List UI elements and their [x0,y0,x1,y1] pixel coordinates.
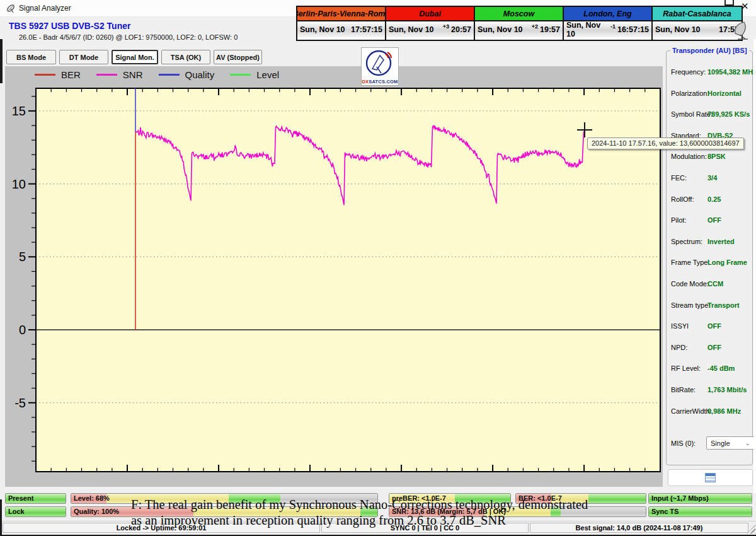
field-value: -45 dBm [707,364,735,372]
mis-selected-value: Single [711,440,730,447]
clock-date: Sun, Nov 10 [300,25,345,34]
tab-signal-mon-[interactable]: Signal Mon. [112,50,158,64]
svg-text:10: 10 [12,177,26,191]
maximize-button[interactable] [724,0,734,6]
caption-line-1: F: The real gain benefit of my Synchrono… [131,497,588,513]
chart-panel: BERSNRQualityLevel 151050-5 F: The real … [5,66,663,487]
list-icon [705,473,716,482]
bar-label: Sync TS [651,508,679,515]
value-tooltip: 2024-11-10 17.57.16, value: 13,600000381… [587,137,744,149]
signal-plot[interactable]: 151050-5 [5,66,663,487]
bar-zone-green [588,494,646,503]
tab-bs-mode[interactable]: BS Mode [6,50,56,64]
tab-dt-mode[interactable]: DT Mode [59,50,108,64]
clock-datetime: Sun, Nov 10+219:57 [475,21,563,37]
clock-5: Rabat-CasablancaSun, Nov 1017:57 [653,7,742,40]
bar-label: Level: 68% [74,494,110,502]
field-value: 10954,382 MHz [707,68,756,76]
mis-select[interactable]: Single⌄ [706,436,754,450]
clock-datetime: Sun, Nov 1017:57:15 [297,21,385,37]
window-edge [0,499,2,535]
field-value: Transport [707,301,740,309]
transponder-panel: Transponder (AU) [BS] Frequency:10954,38… [666,50,753,465]
clock-time: 17:57:15 [351,25,382,34]
clock-utc-offset: +2 [532,23,538,30]
dxsatcs-logo-text: DXSATCS.COM [362,79,398,84]
clock-city: London, Eng [564,7,651,21]
clock-time: 16:57:15 [617,25,649,34]
field-value: 789,925 KS/s [707,110,750,118]
clock-utc-offset: -1 [610,23,616,30]
field-label: RF Level: [671,364,701,372]
field-label: Frame Type: [671,259,710,266]
field-label: Frequency: [671,68,706,76]
tab-tsa-ok-[interactable]: TSA (OK) [161,50,210,64]
transponder-row-code-mode: Code Mode:CCM [671,280,750,289]
clock-date: Sun, Nov 10 [478,25,523,34]
world-clocks-panel: Berlin-Paris-Vienna-RomaSun, Nov 1017:57… [296,6,743,41]
clock-4: London, EngSun, Nov 10-116:57:15 [564,7,653,40]
transponder-row-fec: FEC:3/4 [671,174,750,183]
satellite-dish-icon [731,20,754,40]
field-label: Code Mode: [671,280,709,288]
svg-text:15: 15 [12,104,26,118]
transponder-row-frame-type: Frame Type:Long Frame [671,259,750,267]
app-icon [6,3,16,14]
transport-list-button[interactable] [668,469,753,486]
bar-label: Input (~1,7 Mbps) [651,494,709,502]
field-label: Polarization: [671,90,709,97]
window-title: Signal Analyzer [19,4,71,13]
tab-av-stopped-[interactable]: AV (Stopped) [214,50,262,64]
bar-label: Lock [8,508,25,515]
transponder-row-polarization: Polarization:Horizontal [671,90,750,98]
field-value: 0.25 [707,195,721,203]
field-value: Horizontal [707,90,742,97]
clock-datetime: Sun, Nov 1017:57 [653,21,742,37]
bar-sync-ts: Sync TS [648,506,752,517]
bar-label: Present [8,494,33,502]
field-value: OFF [707,216,721,224]
clock-datetime: Sun, Nov 10+320:57 [386,21,474,37]
bar-present: Present [5,493,66,504]
field-value: Inverted [707,238,735,245]
field-label: Stream type: [671,301,710,309]
field-label: CarrierWidth: [671,407,712,415]
field-label: Symbol Rate: [671,110,713,118]
clock-city: Moscow [475,7,563,21]
clock-date: Sun, Nov 10 [566,21,610,38]
bar-label: Quality: 100% [74,508,119,515]
clock-utc-offset: +3 [443,23,449,30]
transponder-row-spectrum: Spectrum:Inverted [671,238,750,247]
transponder-row-bitrate: BitRate:1,763 Mbit/s [671,386,750,395]
field-label: Modulation: [671,153,707,160]
bar-lock: Lock [5,506,66,517]
clock-2: DubaiSun, Nov 10+320:57 [386,7,475,40]
field-value: 8PSK [707,153,726,160]
clock-3: MoscowSun, Nov 10+219:57 [475,7,564,40]
transponder-row-mis: MIS (0):Single⌄ [671,440,750,448]
field-label: ISSYI [671,322,689,330]
clock-city: Rabat-Casablanca [653,7,742,21]
field-label: Spectrum: [671,238,702,245]
field-label: FEC: [671,174,687,182]
field-value: 0,986 MHz [707,407,741,415]
device-title: TBS 5927 USB DVB-S2 Tuner [9,21,130,31]
field-value: Long Frame [707,259,747,266]
field-value: 1,763 Mbit/s [707,386,747,393]
clock-date: Sun, Nov 10 [655,25,701,34]
svg-text:5: 5 [19,250,26,264]
transponder-panel-title: Transponder (AU) [BS] [670,47,749,54]
clock-1: Berlin-Paris-Vienna-RomaSun, Nov 1017:57… [297,7,386,40]
transponder-row-carrierwidth: CarrierWidth:0,986 MHz [671,407,750,416]
transponder-row-modulation: Modulation:8PSK [671,153,750,161]
field-value: CCM [707,280,723,288]
field-label: RollOff: [671,195,694,203]
clock-city: Berlin-Paris-Vienna-Roma [297,7,385,21]
chevron-down-icon: ⌄ [745,440,750,446]
field-label: BitRate: [671,386,696,393]
transponder-row-rf-level: RF Level:-45 dBm [671,364,750,373]
field-value: 3/4 [707,174,717,182]
dxsatcs-logo-graphic [362,48,397,77]
transponder-row-pilot: Pilot:OFF [671,216,750,225]
caption-line-2: as an improvement in reception quality r… [131,513,588,528]
